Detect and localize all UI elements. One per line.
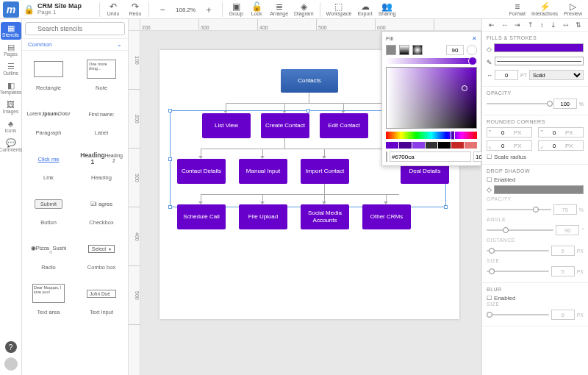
align-tools[interactable]: ⇤↔⇥ ⤒↕⤓ ⇿⇅ [482, 19, 588, 32]
stencil-label[interactable]: First name:Label [75, 99, 128, 143]
angle-dial[interactable] [467, 45, 477, 55]
rail-images[interactable]: 🖼Images [1, 99, 21, 116]
picker-opacity-input[interactable] [446, 45, 464, 55]
stencil-checkbox[interactable]: ☑ I agreeCheckbox [75, 188, 128, 233]
opacity-input[interactable] [473, 151, 481, 162]
rail-icons[interactable]: ♣Icons [1, 118, 21, 135]
design-canvas[interactable]: Contacts List View Create Contact Edit C… [140, 31, 481, 375]
opacity-input[interactable] [553, 99, 577, 109]
align-right-icon[interactable]: ⇥ [514, 21, 520, 29]
lock-icon[interactable]: 🔒 [24, 4, 35, 15]
scale-radius-checkbox[interactable]: ☐ Scale radius [487, 154, 584, 160]
blur-size-input[interactable] [551, 310, 575, 320]
corner-bl[interactable]: ⌞PX [487, 140, 532, 151]
close-icon[interactable]: ✕ [472, 35, 477, 42]
blur-title: Blur [487, 287, 584, 292]
sv-picker[interactable] [386, 67, 477, 129]
stencil-textarea[interactable]: Dear Moqups, I love you!Text area [22, 278, 75, 323]
rail-pages[interactable]: ▤Pages [1, 41, 21, 59]
lock-button[interactable]: 🔓Lock [246, 1, 267, 18]
stroke-swatch[interactable] [495, 57, 584, 65]
align-bottom-icon[interactable]: ⤓ [551, 21, 556, 29]
group-button[interactable]: ▣Group [226, 1, 246, 18]
shadow-color-swatch[interactable] [494, 185, 584, 194]
zoom-level[interactable]: 108.2% [173, 4, 198, 15]
shadow-distance-slider[interactable] [487, 250, 549, 251]
stencil-paragraph[interactable]: Lorem,IpsumDolorParagraph [22, 99, 75, 143]
hue-slider[interactable] [386, 132, 477, 139]
stencil-textinput[interactable]: John DoeText input [75, 278, 128, 323]
corner-tl[interactable]: ⌜PX [487, 127, 532, 138]
corner-br[interactable]: ⌟PX [538, 140, 584, 151]
stencil-radio[interactable]: ◉ Pizza○ SushiRadio [22, 233, 75, 278]
shadow-size-input[interactable] [551, 266, 575, 276]
arrange-button[interactable]: ≣Arrange [267, 1, 291, 18]
zoom-out-button[interactable]: − [152, 4, 173, 15]
redo-button[interactable]: ↷Redo [125, 1, 146, 18]
stencil-rectangle[interactable]: Rectangle [22, 54, 75, 99]
rail-comments[interactable]: 💬Comments [1, 137, 21, 154]
blur-enabled-checkbox[interactable]: ☐ Enabled [487, 295, 584, 301]
blur-size-slider[interactable] [487, 314, 549, 315]
user-avatar[interactable] [4, 357, 18, 371]
node-fileupload[interactable]: File Upload [239, 204, 287, 229]
corner-tr[interactable]: ⌝PX [538, 127, 584, 138]
shadow-angle-input[interactable] [556, 225, 579, 235]
stencil-combobox[interactable]: SelectCombo box [75, 233, 128, 278]
stencil-note[interactable]: One more thing...Note [75, 54, 128, 99]
node-schedulecall[interactable]: Schedule Call [177, 204, 226, 229]
node-contacts[interactable]: Contacts [281, 69, 338, 93]
fill-swatch[interactable] [494, 43, 584, 52]
align-top-icon[interactable]: ⤒ [528, 21, 534, 29]
stroke-style-select[interactable]: Solid [529, 70, 584, 80]
shadow-angle-slider[interactable] [487, 229, 553, 231]
align-middle-icon[interactable]: ↕ [540, 21, 544, 29]
undo-button[interactable]: ↶Undo [103, 1, 123, 18]
node-othercrms[interactable]: Other CRMs [362, 204, 411, 229]
format-button[interactable]: ≡Format [506, 1, 528, 18]
workspace-button[interactable]: ⬚Workspace [323, 1, 355, 18]
sharing-button[interactable]: 👥Sharing [376, 1, 399, 18]
rail-outline[interactable]: ☰Outline [1, 60, 21, 78]
app-logo[interactable]: m [3, 1, 19, 18]
shadow-enabled-checkbox[interactable]: ☐ Enabled [487, 176, 584, 183]
shadow-distance-input[interactable] [551, 246, 575, 256]
align-center-icon[interactable]: ↔ [501, 21, 508, 29]
zoom-in-button[interactable]: ＋ [198, 4, 219, 15]
fill-picker-popup[interactable]: Fill✕ % [381, 31, 481, 166]
hex-input[interactable] [390, 151, 471, 162]
gradient-bar[interactable] [386, 58, 477, 64]
align-left-icon[interactable]: ⇤ [489, 21, 495, 29]
opacity-slider[interactable] [487, 103, 551, 104]
dist-v-icon[interactable]: ⇅ [576, 21, 581, 29]
shadow-size-slider[interactable] [487, 271, 549, 272]
preview-button[interactable]: ▷Preview [561, 1, 585, 18]
ruler-corner [129, 19, 140, 31]
doc-title[interactable]: CRM Site Map Page 1 [37, 3, 89, 15]
fill-type-radial[interactable] [412, 45, 423, 55]
export-button[interactable]: ☁Export [354, 1, 375, 18]
node-manualinput[interactable]: Manual Input [239, 159, 287, 184]
stencil-category[interactable]: Common⌄ [22, 38, 128, 51]
stencil-heading[interactable]: Heading 1Heading 2Heading [75, 143, 128, 188]
diagram-button[interactable]: ◈Diagram [291, 1, 316, 18]
node-contactdetails[interactable]: Contact Details [177, 159, 226, 184]
stroke-width-input[interactable] [495, 70, 518, 80]
shadow-angle-label: Angle [487, 217, 584, 222]
fill-type-solid[interactable] [386, 45, 396, 55]
node-socialmedia[interactable]: Social Media Accounts [301, 204, 349, 229]
interactions-button[interactable]: ⚡Interactions [528, 1, 561, 18]
stencil-link[interactable]: Click meLink [22, 143, 75, 188]
shadow-opacity-slider[interactable] [487, 209, 551, 210]
search-input[interactable] [25, 22, 125, 35]
rail-stencils[interactable]: ▦Stencils [1, 22, 21, 40]
node-importcontact[interactable]: Import Contact [301, 159, 349, 184]
rail-templates[interactable]: ◧Templates [1, 79, 21, 97]
fill-type-gradient[interactable] [399, 45, 409, 55]
fills-strokes-title: Fills & Strokes [487, 35, 584, 40]
stencil-button[interactable]: SubmitButton [22, 188, 75, 233]
help-button[interactable]: ? [5, 341, 17, 353]
shadow-opacity-input[interactable] [553, 204, 577, 215]
dist-h-icon[interactable]: ⇿ [563, 21, 569, 29]
swatch-row[interactable] [386, 142, 477, 149]
